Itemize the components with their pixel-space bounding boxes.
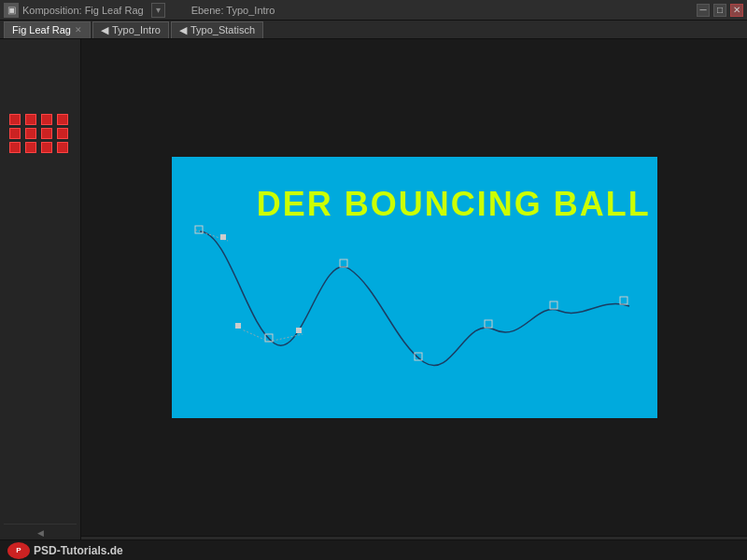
tab-fig-leaf-rag[interactable]: Fig Leaf Rag ✕: [4, 21, 91, 38]
panel-info: ◀: [0, 520, 80, 541]
dot: [57, 114, 68, 125]
composition-view: DER BOUNCING BALL: [172, 157, 657, 418]
close-btn[interactable]: ✕: [730, 4, 743, 17]
main-area: ◀ DER BOUNCING BALL: [0, 39, 747, 560]
maximize-btn[interactable]: □: [713, 4, 726, 17]
svg-rect-12: [296, 328, 302, 333]
dot: [9, 142, 21, 153]
svg-rect-1: [340, 259, 347, 267]
dot: [25, 128, 36, 139]
dot: [57, 128, 68, 139]
svg-rect-10: [220, 234, 226, 240]
svg-line-9: [269, 334, 303, 342]
comp-dropdown[interactable]: ▾: [151, 3, 165, 18]
motion-path-svg: [172, 157, 657, 418]
psd-logo-icon: P: [7, 542, 30, 559]
panel-scroll: ◀: [0, 39, 80, 560]
dot: [9, 114, 21, 125]
tab-typo-statisch[interactable]: ◀ Typo_Statisch: [171, 21, 263, 38]
preview-canvas: DER BOUNCING BALL: [81, 39, 747, 536]
tab-typo-intro[interactable]: ◀ Typo_Intro: [92, 21, 169, 38]
dot: [41, 114, 52, 125]
dot-grid-decoration: [9, 114, 70, 153]
left-panel: ◀: [0, 39, 81, 560]
logo-text: PSD-Tutorials.de: [34, 544, 123, 557]
dot: [25, 142, 36, 153]
app-icon: ▣: [4, 3, 19, 18]
svg-rect-5: [620, 297, 627, 304]
composition-tab-bar: Fig Leaf Rag ✕ ◀ Typo_Intro ◀ Typo_Stati…: [0, 21, 747, 39]
preview-section: DER BOUNCING BALL: [81, 39, 747, 560]
dot: [57, 142, 68, 153]
composition-label: Komposition: Fig Leaf Rag: [22, 5, 144, 16]
dot: [25, 114, 36, 125]
svg-rect-11: [235, 323, 241, 329]
bottom-logo-bar: P PSD-Tutorials.de: [0, 539, 747, 560]
svg-rect-3: [485, 320, 492, 328]
tab-close-fig-leaf-rag[interactable]: ✕: [75, 25, 82, 35]
layer-label: Ebene: Typo_Intro: [191, 5, 275, 16]
dot: [9, 128, 21, 139]
dot: [41, 128, 52, 139]
minimize-btn[interactable]: ─: [697, 4, 710, 17]
dot: [41, 142, 52, 153]
top-bar: ▣ Komposition: Fig Leaf Rag ▾ Ebene: Typ…: [0, 0, 747, 21]
svg-rect-4: [550, 301, 557, 309]
